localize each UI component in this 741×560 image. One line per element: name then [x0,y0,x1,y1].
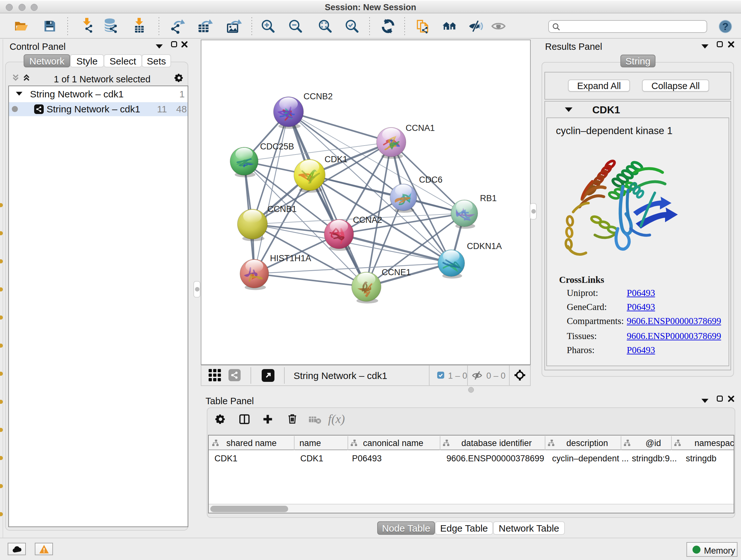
svg-text:CDC6: CDC6 [419,175,443,185]
svg-text:CCNA1: CCNA1 [406,123,435,133]
svg-text:CDK1: CDK1 [325,154,347,164]
svg-text:CCNA2: CCNA2 [353,215,382,225]
svg-text:CCNB1: CCNB1 [267,204,297,214]
svg-text:HIST1H1A: HIST1H1A [270,253,311,263]
svg-text:CDKN1A: CDKN1A [467,241,502,251]
svg-text:CCNE1: CCNE1 [382,267,411,277]
svg-text:RB1: RB1 [480,193,497,203]
svg-text:CDC25B: CDC25B [260,142,294,151]
svg-text:CCNB2: CCNB2 [304,91,333,101]
